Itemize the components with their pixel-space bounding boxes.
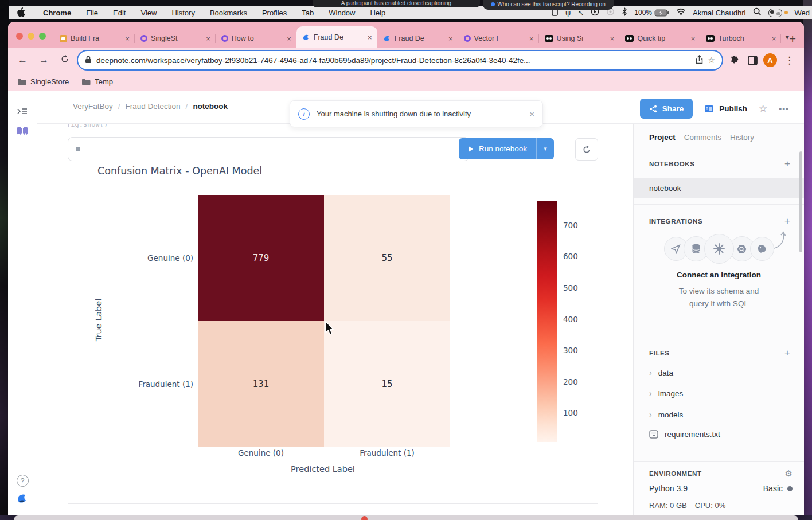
favorite-star-icon[interactable]: ☆ <box>759 103 767 115</box>
breadcrumb-notebook[interactable]: notebook <box>193 102 228 111</box>
panel-tab-comments[interactable]: Comments <box>684 133 721 142</box>
close-tab-icon[interactable]: × <box>689 34 697 43</box>
tab-how-to[interactable]: How to× <box>216 29 296 48</box>
window-controls[interactable] <box>8 33 54 48</box>
side-panel-icon[interactable] <box>745 56 760 65</box>
singlestore-favicon <box>464 35 471 42</box>
tab-fraud-detection-2[interactable]: Fraud De× <box>377 29 458 48</box>
folder-row-images[interactable]: ›images <box>649 389 683 398</box>
spotlight-search-icon[interactable] <box>753 7 762 18</box>
file-row-requirements[interactable]: requirements.txt <box>649 430 720 439</box>
connect-integration-cta[interactable]: Connect an integration <box>634 271 804 279</box>
extensions-icon[interactable] <box>727 56 741 65</box>
battery-indicator[interactable]: 100% <box>634 9 669 17</box>
menu-item-view[interactable]: View <box>140 9 157 17</box>
add-file-button[interactable]: + <box>784 347 790 359</box>
close-tab-icon[interactable]: × <box>528 34 536 43</box>
chevron-right-icon[interactable]: › <box>649 368 652 377</box>
tab-vector[interactable]: Vector F× <box>458 29 539 48</box>
tab-using-si[interactable]: Using Si× <box>539 29 620 48</box>
minimize-window-button[interactable] <box>28 33 34 40</box>
add-notebook-button[interactable]: + <box>784 158 790 170</box>
address-bar[interactable]: deepnote.com/workspace/veryfatboy-2f930b… <box>77 50 723 71</box>
menu-item-bookmarks[interactable]: Bookmarks <box>210 9 247 17</box>
run-options-chevron-icon[interactable]: ▾ <box>536 138 554 159</box>
forward-button[interactable]: → <box>35 54 53 66</box>
menu-item-history[interactable]: History <box>171 9 194 17</box>
folder-row-data[interactable]: ›data <box>649 368 673 377</box>
tab-quick-tip[interactable]: Quick tip× <box>619 29 700 48</box>
menu-user-name[interactable]: Akmal Chaudhri <box>693 9 746 17</box>
runtime-label[interactable]: Python 3.9 <box>649 484 688 493</box>
close-tab-icon[interactable]: × <box>204 34 212 43</box>
breadcrumb: VeryFatBoy / Fraud Detection / notebook <box>73 102 228 111</box>
new-tab-button[interactable]: + <box>781 33 804 48</box>
apple-menu-icon[interactable] <box>17 7 25 18</box>
run-notebook-button[interactable]: Run notebook <box>459 138 536 159</box>
share-page-icon[interactable] <box>696 55 703 66</box>
browser-menu-kebab-icon[interactable]: ⋮ <box>780 54 798 67</box>
menu-item-file[interactable]: File <box>86 9 98 17</box>
close-tab-icon[interactable]: × <box>770 34 778 43</box>
restart-machine-button[interactable] <box>575 138 598 161</box>
deepnote-logo[interactable] <box>8 492 37 505</box>
bookmark-folder-singlestore[interactable]: SingleStore <box>17 77 69 86</box>
add-integration-button[interactable]: + <box>784 216 790 227</box>
bookmark-folder-temp[interactable]: Temp <box>81 77 113 86</box>
bluetooth-icon[interactable] <box>622 7 627 18</box>
refresh-icon <box>582 145 591 154</box>
background-window-edge <box>14 515 798 520</box>
control-center-icon[interactable] <box>768 9 782 17</box>
toast-close-icon[interactable]: × <box>529 109 534 119</box>
chevron-right-icon[interactable]: › <box>649 389 652 398</box>
close-tab-icon[interactable]: × <box>285 34 293 43</box>
back-button[interactable]: ← <box>14 54 32 66</box>
environment-settings-gear-icon[interactable]: ⚙ <box>785 468 793 479</box>
menu-item-window[interactable]: Window <box>329 9 355 17</box>
help-icon[interactable]: ? <box>8 475 37 487</box>
menu-item-help[interactable]: Help <box>370 9 386 17</box>
collapse-sidebar-icon[interactable] <box>8 107 37 116</box>
panel-tab-history[interactable]: History <box>730 133 754 142</box>
machine-plan-label[interactable]: Basic <box>763 484 783 493</box>
more-options-icon[interactable]: ••• <box>779 104 789 114</box>
breadcrumb-workspace[interactable]: VeryFatBoy <box>73 102 113 111</box>
menu-item-edit[interactable]: Edit <box>113 9 126 17</box>
workspace-logo[interactable] <box>8 124 37 139</box>
close-tab-icon[interactable]: × <box>447 34 455 43</box>
tab-turboch[interactable]: Turboch× <box>700 29 781 48</box>
url-text[interactable]: deepnote.com/workspace/veryfatboy-2f930b… <box>96 56 691 65</box>
publish-button[interactable]: Publish <box>704 104 747 113</box>
tab-search-chevron-icon[interactable]: ▾ <box>785 33 789 41</box>
code-cell-collapsed[interactable] <box>68 137 469 161</box>
close-tab-icon[interactable]: × <box>608 34 616 43</box>
menu-item-chrome[interactable]: Chrome <box>43 9 71 17</box>
zoom-window-button[interactable] <box>39 33 46 40</box>
folder-row-models[interactable]: ›models <box>649 410 683 419</box>
menu-item-tab[interactable]: Tab <box>302 9 314 17</box>
machine-status-dot <box>787 486 793 491</box>
lock-icon <box>85 56 92 65</box>
project-header: VeryFatBoy / Fraud Detection / notebook … <box>37 91 804 124</box>
close-window-button[interactable] <box>16 33 23 40</box>
close-tab-icon[interactable]: × <box>123 34 131 43</box>
panel-tab-project[interactable]: Project <box>649 133 676 142</box>
chevron-right-icon[interactable]: › <box>649 410 652 419</box>
profile-avatar[interactable]: A <box>763 53 777 67</box>
close-tab-icon[interactable]: × <box>366 33 374 42</box>
tab-build-fraud[interactable]: Build Fra× <box>54 29 135 48</box>
tab-singlestore[interactable]: SingleSt× <box>135 29 216 48</box>
breadcrumb-project[interactable]: Fraud Detection <box>126 102 181 111</box>
wifi-icon[interactable] <box>676 8 686 17</box>
clipped-code-line: fig.show() <box>67 124 108 128</box>
macos-menu-bar: Chrome File Edit View History Bookmarks … <box>9 6 812 19</box>
share-button[interactable]: Share <box>640 99 693 119</box>
menu-item-profiles[interactable]: Profiles <box>262 9 287 17</box>
run-notebook-split-button[interactable]: Run notebook ▾ <box>459 138 554 159</box>
notebook-list-item-selected[interactable]: notebook <box>634 178 804 198</box>
tab-fraud-detection-active[interactable]: Fraud De× <box>296 26 377 48</box>
menu-clock-day[interactable]: Wed <box>795 9 810 17</box>
panel-scrollbar[interactable] <box>799 151 802 252</box>
reload-button[interactable] <box>56 54 73 67</box>
bookmark-star-icon[interactable]: ☆ <box>708 56 715 65</box>
